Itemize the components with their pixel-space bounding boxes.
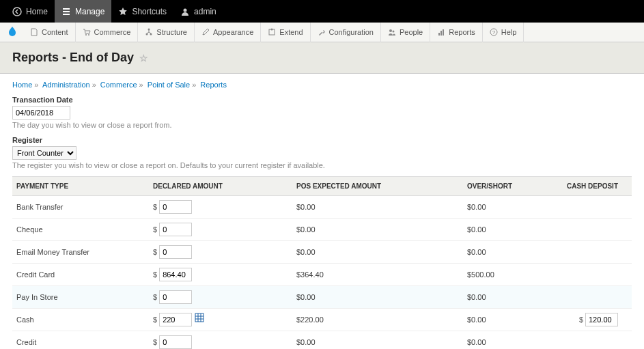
breadcrumb-home[interactable]: Home [12,81,32,89]
declared-input[interactable] [159,335,192,349]
cell-payment-type: Bank Transfer [12,196,149,219]
topbar-home-label: Home [26,7,48,16]
breadcrumb-commerce[interactable]: Commerce [100,81,137,89]
grid-icon[interactable] [192,313,204,322]
cell-deposit [537,219,632,241]
svg-point-9 [389,29,392,32]
declared-input[interactable] [159,268,192,281]
brush-icon [201,28,210,36]
secondbar-configuration[interactable]: Configuration [311,23,381,42]
register-select[interactable]: Front Counter [12,146,76,160]
topbar-shortcuts[interactable]: Shortcuts [111,0,173,23]
cell-over-short: $0.00 [463,286,537,309]
secondbar-structure[interactable]: Structure [138,23,195,42]
cell-over-short: $0.00 [463,309,537,331]
svg-point-8 [271,29,273,31]
th-payment-type: Payment Type [12,177,149,196]
cell-over-short: $500.00 [463,264,537,286]
th-deposit: Cash Deposit [537,177,632,196]
cell-over-short: $0.00 [463,241,537,264]
cell-deposit [537,264,632,286]
secondbar-content[interactable]: Content [23,23,76,42]
secondbar-people[interactable]: People [381,23,430,42]
people-icon [388,28,396,36]
table-row: Cheque$$0.00$0.00 [12,219,632,241]
svg-point-3 [88,34,89,36]
document-icon [30,28,38,36]
table-row: Cash$$220.00$0.00$ [12,309,632,331]
chart-icon [437,28,445,36]
cell-payment-type: Email Money Transfer [12,241,149,264]
content: Home» Administration» Commerce» Point of… [0,74,644,349]
svg-rect-11 [438,33,440,36]
cell-declared: $ [149,286,292,309]
cell-expected: $0.00 [292,219,463,241]
cell-over-short: $0.00 [463,331,537,350]
topbar-user[interactable]: admin [173,0,223,23]
secondbar-appearance[interactable]: Appearance [195,23,261,42]
svg-text:?: ? [492,29,496,36]
topbar-home[interactable]: Home [5,0,55,23]
cell-payment-type: Pay In Store [12,286,149,309]
svg-rect-13 [443,29,444,36]
cell-deposit [537,241,632,264]
secondbar-help[interactable]: ?Help [483,23,524,42]
topbar-manage[interactable]: Manage [55,0,111,23]
cell-expected: $0.00 [292,241,463,264]
cell-declared: $ [149,264,292,286]
wrench-icon [318,28,326,36]
tree-icon [145,28,153,36]
cart-icon [83,28,91,36]
cell-payment-type: Credit Card [12,264,149,286]
cell-deposit [537,331,632,350]
hamburger-icon [61,7,71,16]
secondbar-commerce[interactable]: Commerce [76,23,139,42]
cell-deposit [537,286,632,309]
puzzle-icon [268,28,276,36]
declared-input[interactable] [159,290,192,304]
favorite-star-icon[interactable]: ☆ [139,53,148,64]
cell-over-short: $0.00 [463,219,537,241]
deposit-input[interactable] [585,313,618,326]
th-over-short: Over/Short [463,177,537,196]
transaction-date-desc: The day you wish to view or close a repo… [12,121,632,129]
register-desc: The register you wish to view or close a… [12,161,632,169]
cell-expected: $0.00 [292,331,463,350]
back-arrow-icon [12,7,22,16]
declared-input[interactable] [159,223,192,236]
report-table: Payment Type Declared Amount POS Expecte… [12,176,632,349]
topbar-manage-label: Manage [75,7,104,16]
titlebar: Reports - End of Day☆ [0,42,644,74]
transaction-date-input[interactable] [12,106,70,120]
cell-declared: $ [149,219,292,241]
star-icon [118,7,128,16]
declared-input[interactable] [159,200,192,214]
cell-deposit [537,196,632,219]
th-declared: Declared Amount [149,177,292,196]
cell-declared: $ [149,241,292,264]
table-row: Credit$$0.00$0.00 [12,331,632,350]
svg-point-2 [85,34,87,36]
declared-input[interactable] [159,313,192,326]
declared-input[interactable] [159,245,192,259]
cell-payment-type: Cash [12,309,149,331]
breadcrumb-pos[interactable]: Point of Sale [148,81,190,89]
cell-declared: $ [149,331,292,350]
topbar: Home Manage Shortcuts admin [0,0,644,23]
svg-point-10 [392,31,394,33]
page-title: Reports - End of Day☆ [12,51,632,65]
breadcrumb: Home» Administration» Commerce» Point of… [12,81,632,89]
svg-point-0 [13,8,21,16]
drupal-logo-icon[interactable] [5,25,19,39]
field-register: Register Front Counter The register you … [12,136,632,169]
secondbar-extend[interactable]: Extend [261,23,310,42]
cell-expected: $0.00 [292,286,463,309]
table-row: Bank Transfer$$0.00$0.00 [12,196,632,219]
cell-expected: $0.00 [292,196,463,219]
cell-over-short: $0.00 [463,196,537,219]
field-transaction-date: Transaction Date The day you wish to vie… [12,96,632,129]
cell-declared: $ [149,196,292,219]
breadcrumb-administration[interactable]: Administration [42,81,90,89]
breadcrumb-reports[interactable]: Reports [200,81,227,89]
secondbar-reports[interactable]: Reports [430,23,483,42]
